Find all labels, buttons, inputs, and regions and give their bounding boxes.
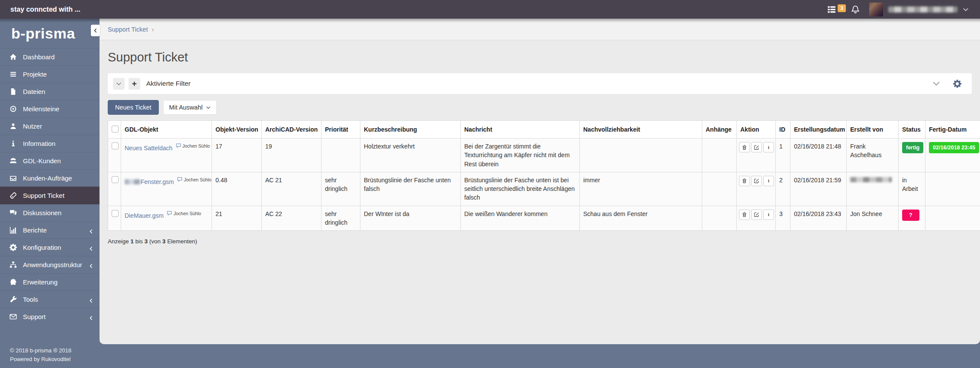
cell-fertig-datum: 02/16/2018 23:45 [925,139,980,172]
sidebar-item-kunden-auftr-ge[interactable]: Kunden-Aufträge [0,169,100,187]
comment-icon[interactable] [176,142,181,148]
delete-button[interactable] [739,176,750,186]
cell-nachricht: Bei der Zargentür stimmt die Texturricht… [461,139,580,172]
table-row: DieMauer.gsmJochen Sühlo21AC 22sehr drin… [108,206,980,231]
filter-chevron-down-icon[interactable] [932,80,940,87]
column-header[interactable]: Nachvollziehbarkeit [580,121,702,139]
chevron-left-icon [89,314,93,319]
sidebar-collapse-button[interactable] [91,25,100,36]
row-checkbox[interactable] [112,176,119,183]
cell-fertig-datum [925,206,980,231]
info-button[interactable]: i [763,210,774,220]
sidebar-item-information[interactable]: Information [0,135,100,152]
sidebar-item-dashboard[interactable]: Dashboard [0,48,100,65]
column-header[interactable]: Objekt-Version [212,121,262,139]
sidebar-item-tools[interactable]: Tools [0,291,100,308]
user-icon [10,123,17,130]
chart-icon [10,226,17,234]
sidebar-item-nutzer[interactable]: Nutzer [0,117,100,135]
delete-button[interactable] [739,210,750,220]
column-header[interactable]: Erstellungsdatum [790,121,847,139]
column-header[interactable]: Aktion [737,121,776,139]
sidebar-item-erweiterung[interactable]: Erweiterung [0,273,100,291]
comment-icon[interactable] [177,176,183,181]
sidebar-nav: DashboardProjekteDateienMeilensteineNutz… [0,48,100,325]
cell-kurzbeschreibung: Brüstungslinie der Fasche unten falsch [360,172,461,206]
avatar[interactable] [869,3,883,16]
comment-icon[interactable] [167,210,172,215]
bell-icon[interactable] [851,5,860,14]
sidebar-item-support[interactable]: Support [0,308,100,325]
chevron-left-icon [89,262,93,267]
cell-fertig-datum [925,172,980,206]
sidebar-item-projekte[interactable]: Projekte [0,65,100,83]
sidebar: b-prisma DashboardProjekteDateienMeilens… [0,19,100,368]
gdl-object-link[interactable]: Neues Satteldach [125,145,173,152]
row-checkbox[interactable] [112,210,119,217]
sidebar-item-berichte[interactable]: Berichte [0,221,100,239]
cell-prioritaet [321,139,360,172]
info-button[interactable]: i [763,176,774,186]
sidebar-item-label: Support Ticket [23,192,64,199]
sidebar-item-support-ticket[interactable]: Support Ticket [0,187,100,204]
cell-erstellt-von [847,172,899,206]
breadcrumb: Support Ticket › [100,19,980,40]
sidebar-item-diskussionen[interactable]: Diskussionen [0,204,100,221]
comment-author: Jochen Sühlo [183,143,210,148]
chevron-down-icon[interactable] [963,6,969,13]
delete-button[interactable] [739,142,750,152]
row-checkbox[interactable] [112,142,119,149]
chevron-left-icon [89,245,93,250]
sidebar-item-anwendungsstruktur[interactable]: Anwendungsstruktur [0,256,100,273]
filter-settings-gear-icon[interactable] [953,80,961,88]
sidebar-item-konfiguration[interactable]: Konfiguration [0,239,100,256]
sidebar-item-dateien[interactable]: Dateien [0,83,100,100]
column-header[interactable]: GDL-Objekt [121,121,212,139]
th-list-icon[interactable] [827,5,836,14]
status-badge: 02/16/2018 23:45 [929,142,979,153]
column-header[interactable]: Fertig-Datum [925,121,980,139]
column-header[interactable]: Anhänge [702,121,737,139]
column-header[interactable]: Nachricht [461,121,580,139]
cell-anhaenge [702,206,737,231]
new-ticket-button[interactable]: Neues Ticket [108,100,159,115]
column-header[interactable]: Kurzbeschreibung [360,121,461,139]
breadcrumb-separator: › [152,26,154,33]
breadcrumb-link[interactable]: Support Ticket [108,26,148,33]
ticket-icon [10,192,17,199]
sidebar-item-label: Diskussionen [23,209,61,216]
with-selection-label: Mit Auswahl [169,104,202,111]
status-badge: ? [902,210,919,221]
gdl-object-link[interactable]: DieMauer.gsm [125,212,164,219]
cell-erstellungsdatum: 02/16/2018 23:43 [790,206,847,231]
select-all-checkbox[interactable] [112,126,119,132]
with-selection-button[interactable]: Mit Auswahl [163,100,217,115]
edit-button[interactable] [751,210,762,220]
column-header[interactable]: ID [776,121,790,139]
sidebar-item-gdl-kunden[interactable]: GDL-Kunden [0,152,100,169]
filter-collapse-icon[interactable] [113,78,125,90]
app-logo[interactable]: b-prisma [0,19,100,48]
sidebar-item-label: GDL-Kunden [23,157,61,165]
sidebar-item-label: Konfiguration [23,244,61,251]
column-header[interactable]: ArchiCAD-Version [262,121,321,139]
gdl-object-link[interactable]: Fenster.gsm [141,178,174,185]
sidebar-item-meilensteine[interactable]: Meilensteine [0,100,100,117]
cell-erstellungsdatum: 02/16/2018 21:48 [790,139,847,172]
envelope-icon [10,313,17,320]
cell-erstellt-von: Jon Schnee [847,206,899,231]
notification-count-badge[interactable]: 3 [838,4,846,12]
edit-button[interactable] [751,176,762,186]
topbar: stay conncted with ... 3 [0,0,980,19]
powered-by-text: Powered by Rukovoditel [10,355,71,364]
cell-archicad-version: AC 21 [262,172,321,206]
column-header[interactable]: Status [899,121,925,139]
column-header[interactable]: Priorität [321,121,360,139]
cell-archicad-version: 19 [262,139,321,172]
add-filter-icon[interactable] [129,78,140,90]
column-header[interactable]: Erstellt von [847,121,899,139]
cell-objekt-version: 0.48 [212,172,262,206]
info-icon [10,140,17,147]
edit-button[interactable] [751,142,762,152]
info-button[interactable]: i [763,142,774,152]
